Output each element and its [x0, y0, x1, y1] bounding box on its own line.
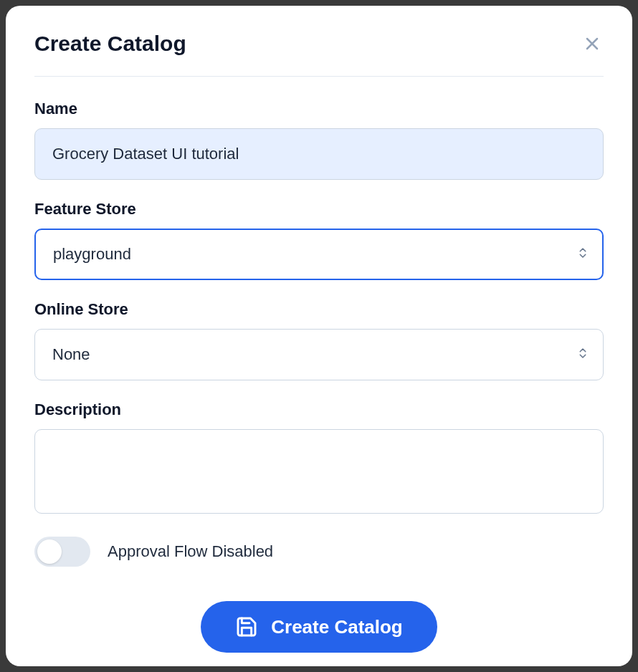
description-field-group: Description: [34, 400, 604, 517]
description-label: Description: [34, 400, 604, 419]
approval-toggle-label: Approval Flow Disabled: [108, 542, 273, 561]
modal-title: Create Catalog: [34, 32, 186, 56]
approval-flow-toggle[interactable]: [34, 537, 90, 567]
feature-store-field-group: Feature Store playground: [34, 200, 604, 280]
create-catalog-button-label: Create Catalog: [271, 616, 403, 638]
online-store-field-group: Online Store None: [34, 300, 604, 380]
feature-store-label: Feature Store: [34, 200, 604, 219]
create-catalog-modal: Create Catalog Name Feature Store playgr…: [6, 6, 632, 666]
feature-store-select[interactable]: playground: [34, 229, 604, 280]
online-store-select-wrapper: None: [34, 329, 604, 380]
online-store-select[interactable]: None: [34, 329, 604, 380]
close-button[interactable]: [581, 32, 604, 55]
name-input[interactable]: [34, 128, 604, 180]
description-textarea[interactable]: [34, 429, 604, 514]
save-icon: [235, 615, 258, 638]
name-label: Name: [34, 100, 604, 118]
modal-footer: Create Catalog: [34, 601, 604, 653]
feature-store-select-wrapper: playground: [34, 229, 604, 280]
toggle-knob: [37, 539, 62, 564]
approval-toggle-row: Approval Flow Disabled: [34, 537, 604, 567]
create-catalog-button[interactable]: Create Catalog: [201, 601, 437, 653]
modal-header: Create Catalog: [34, 32, 604, 56]
online-store-label: Online Store: [34, 300, 604, 319]
name-field-group: Name: [34, 100, 604, 180]
close-icon: [584, 35, 601, 52]
header-divider: [34, 76, 604, 77]
